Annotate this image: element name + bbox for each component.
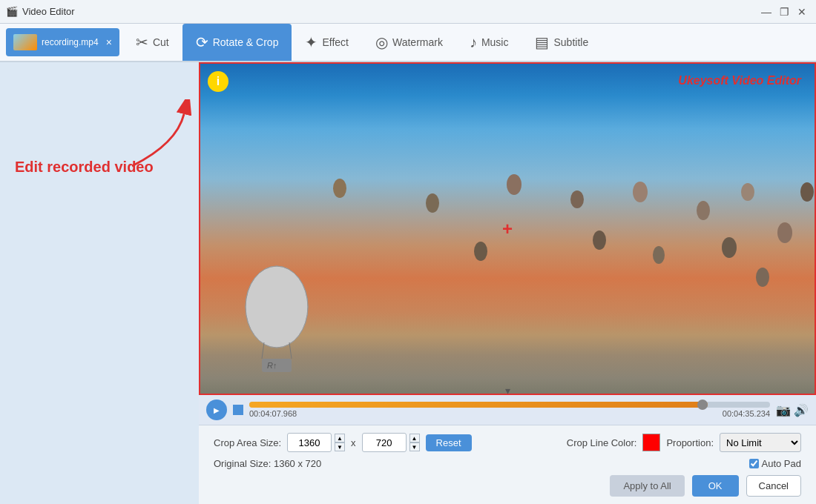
maximize-button[interactable]: ❐ <box>776 4 792 20</box>
tab-music-label: Music <box>481 36 509 48</box>
svg-point-11 <box>570 190 584 208</box>
left-panel: Edit recorded video <box>0 62 199 504</box>
video-section: i Ukeysoft Video Editor R↑ <box>199 62 816 504</box>
tab-watermark[interactable]: ◎ Watermark <box>362 24 456 61</box>
action-buttons-row: Apply to All OK Cancel <box>214 475 801 497</box>
chevron-down-icon: ▾ <box>505 385 510 395</box>
file-thumbnail <box>13 34 37 50</box>
close-button[interactable]: ✕ <box>794 4 810 20</box>
volume-icon[interactable]: 🔊 <box>794 403 809 417</box>
crop-area-size-group: Crop Area Size: ▲ ▼ x ▲ ▼ Reset <box>214 433 472 452</box>
progress-track[interactable] <box>249 402 770 408</box>
tab-effect-label: Effect <box>322 36 349 48</box>
main-area: Edit recorded video i Ukey <box>0 62 816 504</box>
watermark-icon: ◎ <box>375 33 388 51</box>
minimize-button[interactable]: — <box>758 4 774 20</box>
tab-subtitle-label: Subtitle <box>553 36 588 48</box>
crop-width-input[interactable] <box>287 433 332 452</box>
play-button[interactable]: ▶ <box>206 399 227 420</box>
tab-bar: recording.mp4 × ✂ Cut ⟳ Rotate & Crop ✦ … <box>0 24 816 62</box>
camera-icon[interactable]: 📷 <box>776 403 791 417</box>
height-spinner: ▲ ▼ <box>409 434 420 451</box>
apply-to-all-button[interactable]: Apply to All <box>610 475 684 497</box>
svg-point-14 <box>653 246 665 264</box>
svg-point-15 <box>697 201 710 220</box>
progress-container: 00:04:07.968 00:04:35.234 <box>249 402 770 418</box>
window-controls: — ❐ ✕ <box>758 4 810 20</box>
tab-music[interactable]: ♪ Music <box>456 24 522 61</box>
subtitle-icon: ▤ <box>535 33 549 51</box>
auto-pad-label: Auto Pad <box>749 458 802 469</box>
svg-point-17 <box>741 183 754 201</box>
progress-fill <box>249 402 708 408</box>
auto-pad-checkbox[interactable] <box>749 459 759 468</box>
width-down-button[interactable]: ▼ <box>335 442 345 451</box>
original-size-row: Original Size: 1360 x 720 Auto Pad <box>214 458 801 469</box>
height-down-button[interactable]: ▼ <box>409 442 420 451</box>
play-bar: ▶ 00:04:07.968 00:04:35.234 📷 🔊 <box>199 395 816 425</box>
crop-height-input[interactable] <box>362 433 407 452</box>
proportion-select[interactable]: No Limit 16:9 4:3 1:1 9:16 <box>720 433 801 452</box>
svg-point-8 <box>426 193 439 213</box>
crosshair: + <box>502 219 513 239</box>
video-frame: i Ukeysoft Video Editor R↑ <box>199 62 816 395</box>
tab-watermark-label: Watermark <box>392 36 443 48</box>
total-time: 00:04:35.234 <box>723 409 770 418</box>
volume-controls: 📷 🔊 <box>776 403 809 417</box>
file-tab-name: recording.mp4 <box>42 37 99 47</box>
svg-text:R↑: R↑ <box>267 361 277 370</box>
svg-point-9 <box>474 242 487 261</box>
bottom-controls: Crop Area Size: ▲ ▼ x ▲ ▼ Reset <box>199 425 816 504</box>
tab-subtitle[interactable]: ▤ Subtitle <box>521 24 602 61</box>
width-up-button[interactable]: ▲ <box>335 434 345 442</box>
svg-point-7 <box>333 179 346 198</box>
tab-effect[interactable]: ✦ Effect <box>292 24 362 61</box>
color-proportion-group: Crop Line Color: Proportion: No Limit 16… <box>567 433 801 452</box>
app-title: Video Editor <box>22 6 75 17</box>
original-size-label: Original Size: 1360 x 720 <box>214 458 321 469</box>
crop-line-color-label: Crop Line Color: <box>567 437 637 448</box>
crop-area-label: Crop Area Size: <box>214 437 281 448</box>
title-bar: 🎬 Video Editor — ❐ ✕ <box>0 0 816 24</box>
ok-button[interactable]: OK <box>692 475 739 497</box>
svg-point-1 <box>246 266 308 348</box>
arrow-indicator <box>117 99 191 173</box>
tab-cut[interactable]: ✂ Cut <box>122 24 182 61</box>
progress-thumb[interactable] <box>697 399 708 410</box>
svg-point-10 <box>507 174 521 195</box>
svg-rect-5 <box>262 359 292 372</box>
svg-line-3 <box>262 342 264 359</box>
current-time: 00:04:07.968 <box>249 409 297 418</box>
music-icon: ♪ <box>470 34 477 51</box>
tab-rotate-crop-label: Rotate & Crop <box>213 36 279 48</box>
video-canvas[interactable]: i Ukeysoft Video Editor R↑ <box>199 62 816 395</box>
svg-line-4 <box>289 342 292 359</box>
cancel-button[interactable]: Cancel <box>746 475 801 497</box>
app-icon: 🎬 <box>6 6 18 17</box>
x-separator: x <box>351 437 356 448</box>
width-spinner: ▲ ▼ <box>335 434 345 451</box>
tab-rotate-crop[interactable]: ⟳ Rotate & Crop <box>182 24 292 61</box>
effect-icon: ✦ <box>305 33 317 51</box>
svg-point-20 <box>800 182 814 202</box>
time-display: 00:04:07.968 00:04:35.234 <box>249 409 770 418</box>
file-tab-close[interactable]: × <box>106 36 112 48</box>
svg-point-19 <box>777 222 792 243</box>
crop-controls-row: Crop Area Size: ▲ ▼ x ▲ ▼ Reset <box>214 433 801 452</box>
proportion-label: Proportion: <box>666 437 714 448</box>
crop-line-color-swatch[interactable] <box>642 434 660 451</box>
svg-point-13 <box>633 182 648 202</box>
cut-icon: ✂ <box>136 33 148 51</box>
watermark-text: Ukeysoft Video Editor <box>678 74 801 87</box>
reset-button[interactable]: Reset <box>426 434 472 451</box>
tab-cut-label: Cut <box>153 36 169 48</box>
stop-button[interactable] <box>233 405 243 415</box>
svg-point-12 <box>593 231 606 250</box>
height-up-button[interactable]: ▲ <box>409 434 420 442</box>
svg-point-16 <box>722 237 737 258</box>
file-tab[interactable]: recording.mp4 × <box>6 28 119 56</box>
rotate-crop-icon: ⟳ <box>196 33 208 51</box>
svg-point-18 <box>756 268 769 287</box>
svg-point-2 <box>246 266 308 348</box>
info-icon[interactable]: i <box>208 71 228 92</box>
